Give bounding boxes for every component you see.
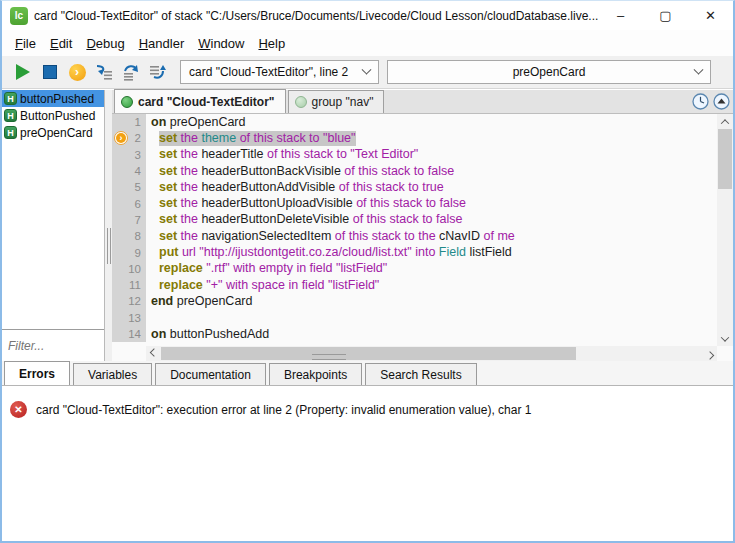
bottom-tab-breakpoints[interactable]: Breakpoints	[269, 363, 362, 385]
code-text: replace "+" with space in field "listFie…	[159, 278, 379, 293]
error-icon: ✕	[10, 401, 27, 418]
code-area[interactable]: 1on preOpenCard›2set the theme of this s…	[112, 114, 717, 346]
code-cell[interactable]: set the navigationSelectedItem of this s…	[146, 228, 717, 244]
menu-item-window[interactable]: Window	[191, 33, 251, 54]
step-out-icon[interactable]	[146, 60, 170, 84]
bottom-tab-errors[interactable]: Errors	[4, 361, 70, 385]
code-text: replace ".rtf" with empty in field "list…	[159, 261, 387, 276]
line-number[interactable]: 1	[112, 114, 146, 130]
code-line[interactable]: ›2set the theme of this stack to "blue"	[112, 130, 717, 146]
bottom-tab-documentation[interactable]: Documentation	[155, 363, 266, 385]
context-dropdown[interactable]: card "Cloud-TextEditor", line 2	[180, 60, 379, 84]
panel-splitter[interactable]	[312, 354, 346, 360]
code-cell[interactable]: set the headerButtonDeleteVisible of thi…	[146, 212, 717, 228]
code-line[interactable]: 14on buttonPushedAdd	[112, 326, 717, 342]
code-cell[interactable]: on buttonPushedAdd	[146, 326, 717, 342]
step-over-icon[interactable]	[119, 60, 143, 84]
line-number[interactable]: 6	[112, 195, 146, 211]
line-number[interactable]: 3	[112, 147, 146, 163]
step-into-glyph	[94, 63, 114, 81]
maximize-button[interactable]: ▢	[643, 1, 688, 30]
close-button[interactable]: ✕	[688, 1, 733, 30]
code-cell[interactable]	[146, 310, 717, 326]
line-number[interactable]: 14	[112, 326, 146, 342]
code-line[interactable]: 11replace "+" with space in field "listF…	[112, 277, 717, 293]
stop-icon[interactable]	[38, 60, 62, 84]
menu-item-help[interactable]: Help	[251, 33, 292, 54]
menu-item-file[interactable]: File	[8, 33, 43, 54]
code-cell[interactable]: replace ".rtf" with empty in field "list…	[146, 261, 717, 277]
vertical-scroll-thumb[interactable]	[718, 129, 732, 189]
filter-input[interactable]	[2, 330, 104, 361]
bottom-tab-variables[interactable]: Variables	[73, 363, 152, 385]
line-number[interactable]: 7	[112, 212, 146, 228]
code-line[interactable]: 4set the headerButtonBackVisible of this…	[112, 163, 717, 179]
scroll-down-icon[interactable]	[717, 331, 732, 346]
code-cell[interactable]: set the headerButtonUploadVisible of thi…	[146, 195, 717, 211]
menu-item-debug[interactable]: Debug	[79, 33, 131, 54]
line-number[interactable]: 4	[112, 163, 146, 179]
handler-dropdown-value: preOpenCard	[513, 65, 586, 79]
script-status-icon	[121, 96, 133, 108]
code-cell[interactable]: on preOpenCard	[146, 114, 717, 130]
horizontal-scroll-thumb[interactable]	[161, 347, 576, 360]
step-into-icon[interactable]	[92, 60, 116, 84]
script-tab[interactable]: group "nav"	[288, 90, 385, 113]
collapse-panel-icon[interactable]	[713, 93, 730, 110]
code-line[interactable]: 9put url "http://ijustdontgetit.co.za/cl…	[112, 244, 717, 260]
code-line[interactable]: 5set the headerButtonAddVisible of this …	[112, 179, 717, 195]
scroll-left-icon[interactable]	[146, 346, 161, 361]
handler-item[interactable]: HbuttonPushed	[2, 90, 104, 107]
code-line[interactable]: 6set the headerButtonUploadVisible of th…	[112, 195, 717, 211]
minimize-button[interactable]: –	[598, 1, 643, 30]
line-number[interactable]: 8	[112, 228, 146, 244]
code-cell[interactable]: set the theme of this stack to "blue"	[146, 130, 717, 146]
code-text: set the navigationSelectedItem of this s…	[159, 229, 515, 244]
continue-icon[interactable]: ›	[65, 60, 89, 84]
code-cell[interactable]: set the headerButtonAddVisible of this s…	[146, 179, 717, 195]
run-icon[interactable]	[11, 60, 35, 84]
line-number[interactable]: 5	[112, 179, 146, 195]
line-number[interactable]: 13	[112, 310, 146, 326]
code-cell[interactable]: put url "http://ijustdontgetit.co.za/clo…	[146, 244, 717, 260]
history-clock-icon[interactable]	[692, 93, 709, 110]
debug-pointer-icon: ›	[114, 131, 128, 145]
code-line[interactable]: 3set the headerTitle of this stack to "T…	[112, 147, 717, 163]
handler-item[interactable]: HpreOpenCard	[2, 124, 104, 141]
code-line[interactable]: 1on preOpenCard	[112, 114, 717, 130]
menu-item-edit[interactable]: Edit	[43, 33, 79, 54]
code-cell[interactable]: replace "+" with space in field "listFie…	[146, 277, 717, 293]
handler-item[interactable]: HButtonPushed	[2, 107, 104, 124]
line-number[interactable]: 10	[112, 261, 146, 277]
bottom-tab-bar: ErrorsVariablesDocumentationBreakpointsS…	[2, 361, 733, 386]
code-line[interactable]: 13	[112, 310, 717, 326]
main-area: HbuttonPushedHButtonPushedHpreOpenCard c…	[2, 90, 733, 361]
bottom-tab-search-results[interactable]: Search Results	[365, 363, 476, 385]
line-number[interactable]: 12	[112, 293, 146, 309]
scroll-right-icon[interactable]	[702, 346, 717, 361]
code-text: set the headerTitle of this stack to "Te…	[159, 147, 418, 162]
code-cell[interactable]: set the headerButtonBackVisible of this …	[146, 163, 717, 179]
livecode-logo-icon: lc	[10, 7, 28, 25]
code-text: put url "http://ijustdontgetit.co.za/clo…	[159, 245, 512, 260]
vertical-scrollbar[interactable]	[717, 114, 733, 346]
code-line[interactable]: 10replace ".rtf" with empty in field "li…	[112, 261, 717, 277]
step-over-glyph	[121, 63, 141, 81]
sidebar-splitter[interactable]	[105, 228, 112, 264]
code-line[interactable]: 7set the headerButtonDeleteVisible of th…	[112, 212, 717, 228]
chevron-down-icon	[362, 64, 372, 74]
code-line[interactable]: 12end preOpenCard	[112, 293, 717, 309]
line-number[interactable]: ›2	[112, 130, 146, 146]
context-dropdown-value: card "Cloud-TextEditor", line 2	[189, 65, 348, 79]
menu-item-handler[interactable]: Handler	[132, 33, 192, 54]
horizontal-scrollbar[interactable]	[146, 346, 717, 361]
scroll-up-icon[interactable]	[717, 114, 732, 129]
code-line[interactable]: 8set the navigationSelectedItem of this …	[112, 228, 717, 244]
script-tab[interactable]: card "Cloud-TextEditor"	[114, 89, 286, 113]
code-cell[interactable]: end preOpenCard	[146, 293, 717, 309]
code-cell[interactable]: set the headerTitle of this stack to "Te…	[146, 147, 717, 163]
handler-dropdown[interactable]: preOpenCard	[387, 60, 711, 84]
line-number[interactable]: 9	[112, 244, 146, 260]
errors-panel: ✕ card "Cloud-TextEditor": execution err…	[2, 387, 733, 541]
line-number[interactable]: 11	[112, 277, 146, 293]
